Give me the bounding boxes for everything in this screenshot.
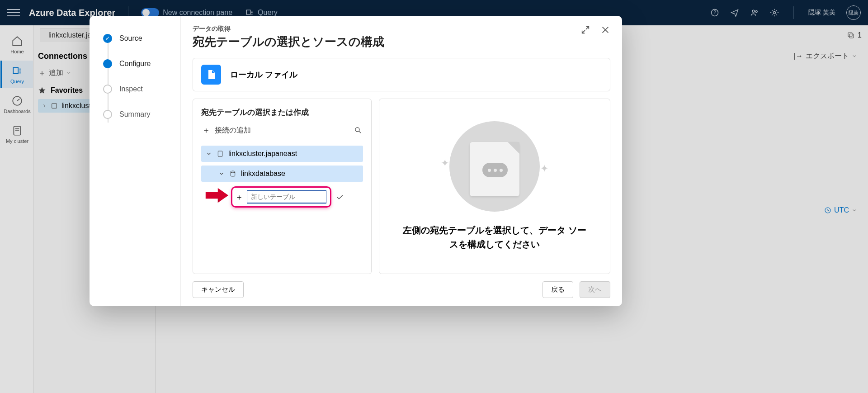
close-icon[interactable] <box>600 25 610 35</box>
server-icon <box>217 150 224 157</box>
plus-icon[interactable]: ＋ <box>235 192 243 203</box>
search-icon[interactable] <box>354 126 362 134</box>
destination-panel: 宛先テーブルの選択または作成 ＋ 接続の追加 linkxcluster.japa… <box>193 99 372 274</box>
chevron-down-icon <box>206 151 212 157</box>
add-connection-label: 接続の追加 <box>215 126 251 135</box>
back-button[interactable]: 戻る <box>542 281 573 298</box>
tree-cluster-label: linkxcluster.japaneast <box>228 150 297 158</box>
callout-highlight: ＋ <box>231 186 331 208</box>
add-connection-button[interactable]: ＋ 接続の追加 <box>202 125 251 136</box>
svg-point-11 <box>355 128 359 132</box>
modal-main: データの取得 宛先テーブルの選択とソースの構成 ローカル ファイル 宛先テーブル… <box>181 16 622 306</box>
step-bullet-active-icon <box>103 59 112 68</box>
database-icon <box>229 170 236 177</box>
step-bullet-icon <box>103 85 112 94</box>
source-card[interactable]: ローカル ファイル <box>193 58 610 91</box>
expand-icon[interactable] <box>580 25 590 35</box>
step-configure-label: Configure <box>119 60 151 68</box>
source-card-label: ローカル ファイル <box>230 69 297 80</box>
step-configure[interactable]: Configure <box>103 51 180 76</box>
new-table-input[interactable] <box>247 190 326 204</box>
step-summary-label: Summary <box>119 110 150 118</box>
modal-footer: キャンセル 戻る 次へ <box>193 274 610 298</box>
chevron-down-icon <box>218 170 225 177</box>
destination-panel-title: 宛先テーブルの選択または作成 <box>201 107 363 118</box>
modal-title-small: データの取得 <box>193 25 384 33</box>
svg-point-13 <box>231 171 235 173</box>
step-inspect-label: Inspect <box>119 85 143 93</box>
new-table-row: ＋ <box>201 186 363 208</box>
step-bullet-done-icon <box>103 34 112 43</box>
tree-database-row[interactable]: linkxdatabase <box>201 166 363 182</box>
modal-title-large: 宛先テーブルの選択とソースの構成 <box>193 34 384 50</box>
get-data-modal: Source Configure Inspect Summary データの取得 … <box>90 16 622 306</box>
tree-cluster-row[interactable]: linkxcluster.japaneast <box>201 146 363 162</box>
empty-state-text: 左側の宛先テーブルを選択して、データ ソースを構成してください <box>387 223 602 251</box>
file-icon <box>201 65 221 85</box>
step-summary: Summary <box>103 102 180 127</box>
step-source[interactable]: Source <box>103 26 180 51</box>
step-source-label: Source <box>119 34 142 43</box>
source-config-panel: ✦ ✦ 左側の宛先テーブルを選択して、データ ソースを構成してください <box>379 99 610 274</box>
confirm-icon[interactable] <box>336 193 344 201</box>
plus-icon: ＋ <box>202 125 210 136</box>
svg-rect-12 <box>218 151 222 156</box>
cancel-button[interactable]: キャンセル <box>193 281 244 298</box>
callout-arrow-icon <box>205 187 229 204</box>
next-button: 次へ <box>580 281 610 298</box>
modal-steps: Source Configure Inspect Summary <box>90 16 181 306</box>
tree-database-label: linkxdatabase <box>241 170 285 178</box>
step-bullet-icon <box>103 110 112 119</box>
step-inspect: Inspect <box>103 76 180 102</box>
empty-state-illustration: ✦ ✦ <box>443 121 547 212</box>
